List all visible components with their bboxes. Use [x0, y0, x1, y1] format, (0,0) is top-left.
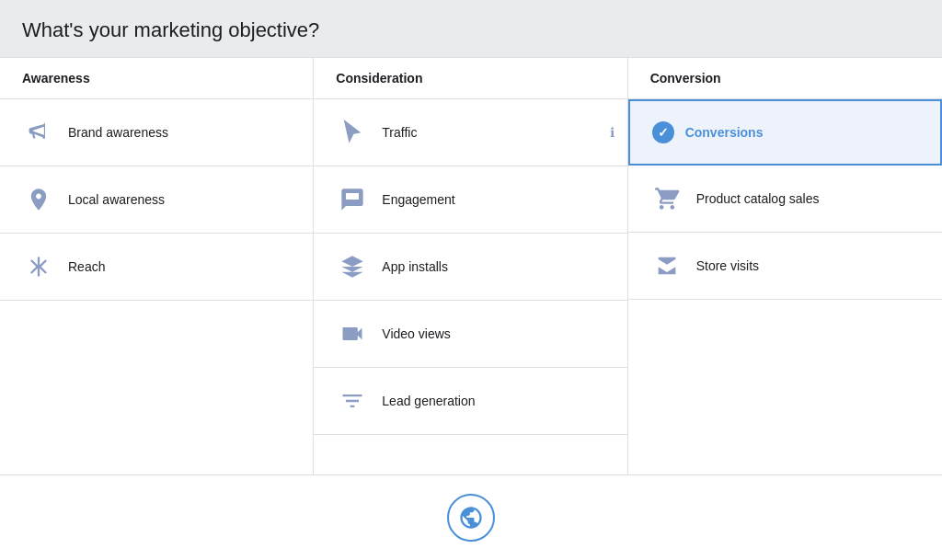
store-icon — [650, 249, 684, 282]
video-icon — [336, 317, 369, 350]
filter-icon — [336, 384, 369, 417]
conversions-label: Conversions — [685, 125, 764, 140]
conversions-item[interactable]: Conversions — [628, 99, 942, 166]
page-container: What's your marketing objective? Awarene… — [0, 0, 942, 560]
app-installs-label: App installs — [382, 259, 448, 274]
video-views-label: Video views — [382, 326, 450, 341]
product-catalog-sales-label: Product catalog sales — [696, 191, 820, 206]
lead-generation-item[interactable]: Lead generation — [314, 368, 626, 435]
chat-bubble-icon — [336, 183, 369, 216]
info-icon[interactable]: ℹ — [610, 125, 615, 140]
cart-icon — [650, 182, 684, 215]
conversion-column-header: Conversion — [628, 58, 942, 98]
reach-item[interactable]: Reach — [0, 234, 313, 301]
app-installs-item[interactable]: App installs — [314, 234, 626, 301]
conversion-column: Conversions Product catalog sales — [628, 99, 942, 474]
cursor-icon — [336, 116, 369, 149]
store-visits-label: Store visits — [696, 258, 759, 273]
traffic-item[interactable]: Traffic ℹ — [314, 99, 626, 166]
local-awareness-label: Local awareness — [68, 192, 165, 207]
page-header: What's your marketing objective? — [0, 0, 942, 58]
columns-body: Brand awareness Local awareness — [0, 99, 942, 474]
lead-generation-label: Lead generation — [382, 394, 475, 408]
footer — [0, 474, 942, 560]
store-visits-item[interactable]: Store visits — [628, 233, 942, 300]
brand-awareness-item[interactable]: Brand awareness — [0, 99, 313, 166]
product-catalog-sales-item[interactable]: Product catalog sales — [628, 166, 942, 233]
columns-header: Awareness Consideration Conversion — [0, 58, 942, 99]
megaphone-icon — [22, 116, 55, 149]
globe-button[interactable] — [447, 494, 495, 542]
awareness-column: Brand awareness Local awareness — [0, 99, 314, 474]
video-views-item[interactable]: Video views — [314, 301, 626, 368]
awareness-column-header: Awareness — [0, 58, 314, 98]
consideration-column: Traffic ℹ Engagement — [314, 99, 627, 474]
engagement-item[interactable]: Engagement — [314, 166, 626, 234]
brand-awareness-label: Brand awareness — [68, 125, 168, 140]
location-pin-icon — [22, 183, 55, 216]
traffic-label: Traffic — [382, 125, 417, 140]
asterisk-icon — [22, 250, 55, 283]
reach-label: Reach — [68, 259, 105, 274]
box-icon — [336, 250, 369, 283]
check-circle-icon — [652, 121, 674, 143]
engagement-label: Engagement — [382, 192, 454, 207]
main-content: Awareness Consideration Conversion Brand… — [0, 58, 942, 560]
local-awareness-item[interactable]: Local awareness — [0, 166, 313, 234]
page-title: What's your marketing objective? — [22, 18, 920, 42]
consideration-column-header: Consideration — [314, 58, 627, 98]
